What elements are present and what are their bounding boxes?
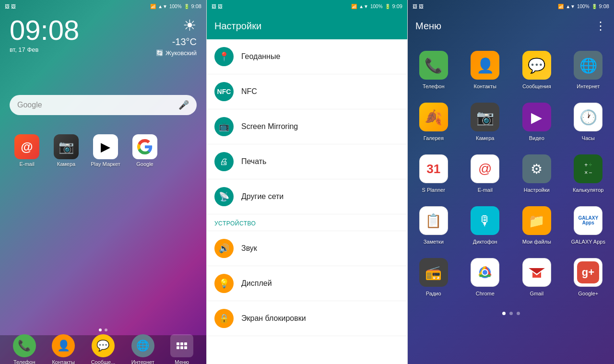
settings-signal-icon: ▲▼ [359,4,368,9]
home-app-play[interactable]: ▶ Play Маркет [88,134,123,167]
home-location: 🔄 Жуковский [156,49,197,57]
bottom-internet[interactable]: 🌐 Интернет [131,334,154,364]
gallery-app-icon: 🍂 [419,103,448,131]
app-galaxy-apps[interactable]: GALAXY Apps GALAXY Apps [563,200,614,251]
gmail-app-icon [522,258,551,287]
menu-battery: 100% [577,4,590,9]
screen-cast-icon: 📺 [219,121,229,132]
settings-item-lock-screen[interactable]: 🔒 Экран блокировки [207,301,407,336]
clock-app-label: Часы [582,135,595,141]
app-camera[interactable]: 📷 Камера [460,96,511,148]
settings-wifi-icon: 📶 [351,4,357,9]
notes-app-icon: 📋 [419,206,448,235]
notification-icons: 🖼 🖼 [5,4,16,9]
radio-app-icon: 📻 [419,258,448,287]
messages-app-label: Сообщения [522,83,551,89]
video-app-icon: ▶ [522,103,551,131]
app-gmail[interactable]: Gmail [511,251,563,303]
camera-icon: 📷 [54,134,79,159]
bottom-phone[interactable]: 📞 Телефон [13,334,36,364]
app-calculator[interactable]: + ÷ × − Калькулятор [563,148,614,200]
menu-signal-icon: ▲▼ [566,4,575,9]
status-bar-home: 🖼 🖼 📶 ▲▼ 100% 🔋 9:08 [0,0,206,12]
app-phone[interactable]: 📞 Телефон [408,44,460,96]
home-screen: 🖼 🖼 📶 ▲▼ 100% 🔋 9:08 09:08 вт, 17 Фев ☀ … [0,0,206,364]
app-settings[interactable]: ⚙ Настройки [511,148,563,200]
more-options-icon[interactable]: ⋮ [595,19,606,33]
home-app-google[interactable]: Google [128,134,162,167]
gplus-app-label: Google+ [578,291,598,296]
signal-icon: ▲▼ [158,4,167,9]
notes-app-label: Заметки [424,239,444,245]
settings-status-left: 🖼 🖼 [212,4,223,9]
app-messages[interactable]: 💬 Сообщения [511,44,563,96]
settings-app-label: Настройки [524,187,550,193]
menu-title: Меню [415,21,441,32]
menu-dot-3 [517,312,520,315]
menu-header: Меню ⋮ [408,12,614,39]
home-weather-location: ☀ -13°C 🔄 Жуковский [156,16,197,57]
app-notes[interactable]: 📋 Заметки [408,200,460,251]
settings-item-screen-mirror[interactable]: 📺 Screen Mirroring [207,109,407,144]
print-label: Печать [241,157,266,166]
messages-app-icon: 💬 [522,51,551,80]
calculator-app-icon: + ÷ × − [574,154,602,183]
app-chrome[interactable]: Chrome [460,251,511,303]
home-app-camera[interactable]: 📷 Камера [49,134,83,167]
bottom-messages[interactable]: 💬 Сообще... [91,334,116,364]
app-radio[interactable]: 📻 Радио [408,251,460,303]
app-recorder[interactable]: 🎙 Диктофон [460,200,511,251]
app-splanner[interactable]: 31 S Planner [408,148,460,200]
app-gplus[interactable]: g+ Google+ [563,251,614,303]
myfiles-app-label: Мои файлы [522,239,551,245]
menu-time: 9:08 [599,3,609,9]
screen-mirror-label: Screen Mirroring [241,122,298,131]
messages-label: Сообще... [91,359,116,364]
app-email-menu[interactable]: @ E-mail [460,148,511,200]
internet-app-label: Интернет [577,83,600,89]
phone-app-label: Телефон [423,83,445,89]
location-name: Жуковский [165,49,197,57]
camera-app-label: Камера [476,135,494,141]
settings-item-print[interactable]: 🖨 Печать [207,144,407,179]
settings-item-sound[interactable]: 🔊 Звук [207,231,407,266]
app-myfiles[interactable]: 📁 Мои файлы [511,200,563,251]
app-clock[interactable]: 🕐 Часы [563,96,614,148]
geodata-icon: 📍 [214,47,234,66]
gallery-app-label: Галерея [424,135,444,141]
settings-time: 9:09 [392,3,402,9]
home-temperature: -13°C [172,36,197,47]
settings-item-other-networks[interactable]: 📡 Другие сети [207,179,407,214]
google-icon [132,134,157,159]
menu-page-dots [408,308,614,319]
bottom-contacts[interactable]: 👤 Контакты [52,334,75,364]
bottom-menu[interactable]: Меню [170,334,193,364]
lock-screen-label: Экран блокировки [241,314,306,323]
app-video[interactable]: ▶ Видео [511,96,563,148]
home-info: 09:08 вт, 17 Фев ☀ -13°C 🔄 Жуковский [0,12,206,57]
app-contacts[interactable]: 👤 Контакты [460,44,511,96]
app-gallery[interactable]: 🍂 Галерея [408,96,460,148]
home-time-display: 09:08 [10,16,79,44]
chrome-app-label: Chrome [476,291,495,296]
camera-label: Камера [57,161,75,167]
app-internet[interactable]: 🌐 Интернет [563,44,614,96]
play-icon: ▶ [93,134,118,159]
sound-icon: 🔊 [214,239,234,258]
lock-icon: 🔒 [219,313,229,324]
settings-item-display[interactable]: 💡 Дисплей [207,266,407,301]
galaxy-apps-label: GALAXY Apps [571,239,605,245]
settings-header: Настройки [207,12,407,39]
menu-dot-1 [502,312,506,315]
print-icon: 🖨 [214,152,234,171]
splanner-app-label: S Planner [422,187,445,193]
google-search-bar[interactable]: Google 🎤 [10,95,197,115]
settings-item-geodata[interactable]: 📍 Геоданные [207,39,407,74]
app-menu-panel: 🖼 🖼 📶 ▲▼ 100% 🔋 9:08 Меню ⋮ 📞 Телефон 👤 … [408,0,614,364]
home-app-grid: @ E-mail 📷 Камера ▶ Play Маркет [10,134,162,167]
settings-item-nfc[interactable]: NFC NFC [207,74,407,109]
mic-icon[interactable]: 🎤 [178,100,189,110]
home-app-email[interactable]: @ E-mail [10,134,44,167]
radio-app-label: Радио [426,291,441,296]
menu-battery-icon: 🔋 [591,4,597,9]
